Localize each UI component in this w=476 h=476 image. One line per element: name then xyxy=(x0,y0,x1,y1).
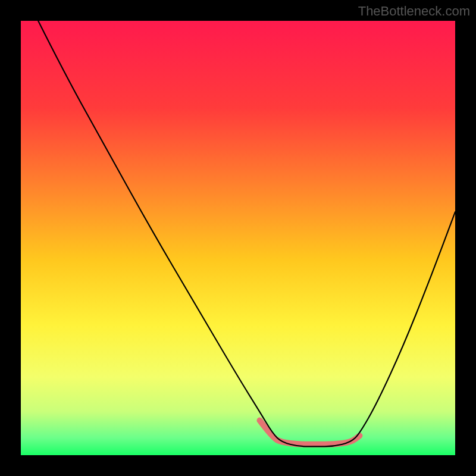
bottleneck-curve-path xyxy=(38,21,455,446)
chart-curves xyxy=(21,21,455,455)
sweet-spot-band-path xyxy=(260,421,360,444)
chart-plot-area xyxy=(21,21,455,455)
watermark-text: TheBottleneck.com xyxy=(358,4,470,19)
